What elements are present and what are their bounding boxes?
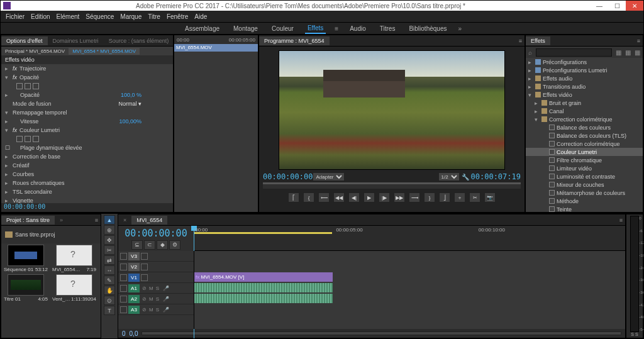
- filter-icon[interactable]: ▦: [635, 49, 640, 56]
- audio-track-header[interactable]: A2⊘MS🎤: [118, 294, 194, 304]
- effects-tree-item[interactable]: Limiteur vidéo: [526, 164, 643, 172]
- workspace-montage[interactable]: Montage: [231, 24, 260, 33]
- effects-tree-item[interactable]: Balance des couleurs: [526, 123, 643, 131]
- menu-séquence[interactable]: Séquence: [86, 13, 114, 20]
- transport-button[interactable]: ✂: [469, 192, 480, 203]
- track-tag[interactable]: V3: [128, 252, 140, 260]
- property-value[interactable]: 100,00%: [119, 118, 142, 125]
- effect-property-row[interactable]: ▸Correction de base: [1, 152, 173, 161]
- disclosure-icon[interactable]: ▾: [5, 74, 10, 81]
- effect-property-row[interactable]: ▸Opacité100,0 %: [1, 91, 173, 99]
- project-tab-overflow[interactable]: »: [55, 216, 68, 225]
- effect-property-row[interactable]: ▾Remappage temporel: [1, 108, 173, 117]
- program-monitor-viewport[interactable]: [279, 50, 505, 170]
- effects-tree-item[interactable]: Métamorphose de couleurs: [526, 189, 643, 197]
- track-tag[interactable]: A1: [128, 284, 140, 292]
- tool-button[interactable]: ✂: [104, 245, 115, 255]
- program-monitor-tab[interactable]: Programme : MVI_6554: [259, 36, 330, 45]
- menu-elément[interactable]: Elément: [57, 13, 80, 20]
- track-toggle-icon[interactable]: [120, 274, 127, 281]
- property-dropdown[interactable]: Normal ▾: [118, 101, 142, 107]
- workspace-overflow[interactable]: »: [458, 25, 462, 32]
- zoom-slider[interactable]: [142, 331, 621, 335]
- maximize-button[interactable]: ☐: [608, 1, 626, 11]
- mask-icons[interactable]: [16, 83, 39, 89]
- disclosure-icon[interactable]: ▸: [5, 162, 10, 169]
- transport-button[interactable]: ⎦: [439, 192, 450, 203]
- tool-button[interactable]: ▲: [104, 215, 115, 225]
- transport-button[interactable]: {: [303, 192, 314, 203]
- audio-clip[interactable]: [194, 294, 333, 303]
- ec-instance-tab[interactable]: MVI_6554 * MVI_6554.MOV: [69, 48, 140, 55]
- audio-track-header[interactable]: A1⊘MS🎤: [118, 283, 194, 294]
- disclosure-icon[interactable]: ▸: [528, 84, 533, 90]
- ec-tab[interactable]: Source : (sans élément): [104, 36, 174, 45]
- ec-tab[interactable]: Domaines Lumetri: [48, 36, 104, 45]
- workspace-titres[interactable]: Titres: [377, 24, 398, 33]
- workspace-effets[interactable]: Effets: [305, 23, 326, 34]
- menu-marque[interactable]: Marque: [120, 13, 142, 20]
- effects-tree-item[interactable]: Luminosité et contraste: [526, 172, 643, 181]
- ec-master-tab[interactable]: Principal * MVI_6554.MOV: [1, 48, 69, 55]
- transport-button[interactable]: ⟶: [409, 192, 420, 203]
- effects-tree-item[interactable]: ▸Préconfigurations: [526, 58, 643, 66]
- timeline-timecode[interactable]: 00:00:00:00: [125, 228, 187, 239]
- timeline-tab[interactable]: MVI_6554: [131, 216, 167, 225]
- mic-icon[interactable]: 🎤: [163, 296, 169, 302]
- program-scrubber[interactable]: [263, 182, 521, 189]
- effects-tree-item[interactable]: ▾Effets vidéo: [526, 91, 643, 99]
- disclosure-icon[interactable]: ▸: [5, 65, 10, 72]
- disclosure-icon[interactable]: ▸: [5, 118, 10, 125]
- disclosure-icon[interactable]: ▸: [5, 92, 10, 98]
- effects-tree-item[interactable]: ▾Correction colorimétrique: [526, 115, 643, 123]
- transport-button[interactable]: ⎡: [288, 192, 299, 203]
- menu-fenêtre[interactable]: Fenêtre: [167, 13, 188, 20]
- panel-menu-icon[interactable]: ≡: [516, 38, 525, 44]
- disclosure-icon[interactable]: ▸: [528, 75, 533, 82]
- track-tag[interactable]: A2: [128, 295, 140, 303]
- track-toggle-icon[interactable]: [120, 296, 127, 303]
- effect-property-row[interactable]: [1, 82, 173, 91]
- effects-tree-item[interactable]: Filtre chromatique: [526, 156, 643, 164]
- track-toggle-icon[interactable]: [120, 264, 127, 270]
- property-value[interactable]: 100,0 %: [121, 92, 142, 98]
- tool-button[interactable]: ✥: [104, 235, 115, 245]
- source-ruler[interactable]: 00:00 00:00:05:00: [174, 35, 258, 44]
- track-meta[interactable]: M: [149, 296, 153, 302]
- tool-button[interactable]: ✋: [104, 286, 115, 295]
- audio-meter[interactable]: 0-6-12-18-24-30-36-42-48-54: [630, 216, 639, 332]
- menu-titre[interactable]: Titre: [148, 13, 160, 20]
- project-item[interactable]: Séquence 0153:12: [3, 245, 49, 272]
- disclosure-icon[interactable]: ▸: [5, 197, 10, 203]
- disclosure-icon[interactable]: ▸: [528, 67, 533, 74]
- transport-button[interactable]: ＋: [454, 192, 465, 203]
- timeline-ruler[interactable]: :00:0000:00:05:0000:00:10:00: [194, 226, 625, 251]
- disclosure-icon[interactable]: ▸: [535, 108, 540, 114]
- effect-property-row[interactable]: ▾fxOpacité: [1, 73, 173, 82]
- ec-timecode[interactable]: 00:00:00:00: [1, 203, 173, 212]
- transport-button[interactable]: ◀◀: [333, 192, 345, 203]
- track-meta[interactable]: S: [156, 296, 159, 302]
- track-tag[interactable]: A3: [128, 306, 140, 314]
- disclosure-icon[interactable]: ▾: [5, 127, 10, 133]
- snap-icon[interactable]: ⊆: [131, 240, 143, 250]
- eye-icon[interactable]: [141, 264, 148, 270]
- menu-aide[interactable]: Aide: [194, 13, 207, 20]
- disclosure-icon[interactable]: ▸: [5, 189, 10, 195]
- source-clip-bar[interactable]: MVI_6554.MOV: [174, 44, 258, 52]
- track-toggle-icon[interactable]: [120, 253, 127, 260]
- transport-button[interactable]: }: [424, 192, 435, 203]
- transport-button[interactable]: ▶▶: [394, 192, 405, 203]
- audio-track-header[interactable]: A3⊘MS🎤: [118, 304, 194, 315]
- effect-property-row[interactable]: ▸Roues chromatiques: [1, 179, 173, 187]
- effects-tab[interactable]: Effets: [526, 36, 550, 45]
- disclosure-icon[interactable]: ▾: [528, 92, 533, 98]
- project-item[interactable]: Titre 014:05: [3, 274, 49, 302]
- checkbox-icon[interactable]: ☐: [5, 145, 10, 151]
- effects-tree-item[interactable]: ▸Transitions audio: [526, 82, 643, 91]
- track-meta[interactable]: ⊘: [142, 296, 147, 302]
- project-item[interactable]: Vent_…1:11:39204: [51, 274, 97, 302]
- disclosure-icon[interactable]: ▸: [535, 100, 540, 106]
- timeline-tab-overflow[interactable]: ×: [118, 216, 131, 225]
- disclosure-icon[interactable]: ▸: [5, 180, 10, 186]
